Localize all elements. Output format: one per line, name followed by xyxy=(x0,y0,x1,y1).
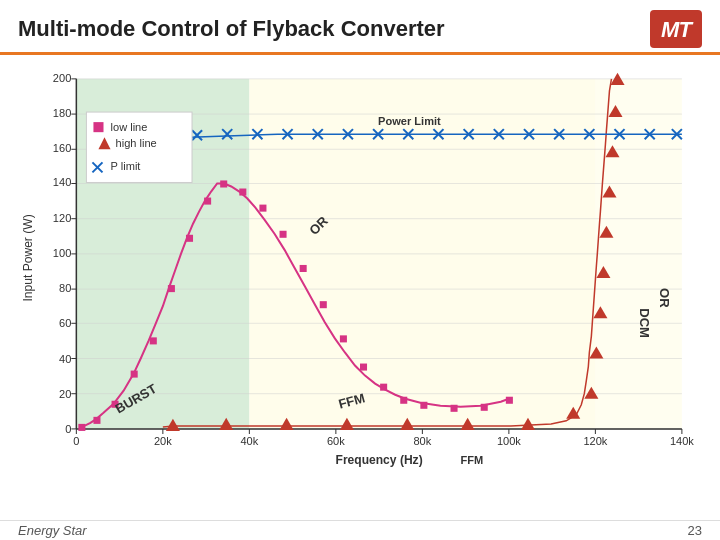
logo: MT xyxy=(650,10,702,48)
svg-text:Input Power (W): Input Power (W) xyxy=(21,214,35,301)
svg-text:0: 0 xyxy=(73,435,79,447)
chart-area: 0 20k 40k 60k 80k 100k 120k 140k xyxy=(18,63,702,503)
svg-text:100: 100 xyxy=(53,247,71,259)
svg-rect-63 xyxy=(168,285,175,292)
svg-text:Power Limit: Power Limit xyxy=(378,115,441,127)
svg-rect-64 xyxy=(186,235,193,242)
svg-rect-62 xyxy=(150,337,157,344)
svg-rect-71 xyxy=(320,301,327,308)
svg-rect-65 xyxy=(204,198,211,205)
svg-text:high line: high line xyxy=(116,137,157,149)
svg-rect-67 xyxy=(239,189,246,196)
svg-text:OR: OR xyxy=(657,288,672,308)
svg-rect-69 xyxy=(280,231,287,238)
svg-text:DCM: DCM xyxy=(637,308,652,338)
svg-text:40k: 40k xyxy=(240,435,258,447)
svg-text:80: 80 xyxy=(59,282,71,294)
svg-rect-61 xyxy=(131,371,138,378)
svg-text:20k: 20k xyxy=(154,435,172,447)
svg-text:160: 160 xyxy=(53,142,71,154)
svg-text:40: 40 xyxy=(59,353,71,365)
svg-text:120: 120 xyxy=(53,212,71,224)
svg-rect-70 xyxy=(300,265,307,272)
svg-text:180: 180 xyxy=(53,107,71,119)
svg-rect-75 xyxy=(400,397,407,404)
svg-rect-72 xyxy=(340,335,347,342)
svg-text:low line: low line xyxy=(111,121,148,133)
svg-rect-73 xyxy=(360,364,367,371)
svg-text:120k: 120k xyxy=(583,435,607,447)
svg-rect-58 xyxy=(78,424,85,431)
svg-text:20: 20 xyxy=(59,388,71,400)
chart-svg: 0 20k 40k 60k 80k 100k 120k 140k xyxy=(18,63,702,483)
svg-text:60: 60 xyxy=(59,317,71,329)
svg-rect-79 xyxy=(506,397,513,404)
svg-rect-66 xyxy=(220,180,227,187)
svg-rect-136 xyxy=(93,122,103,132)
footer: Energy Star 23 xyxy=(0,520,720,540)
svg-text:100k: 100k xyxy=(497,435,521,447)
svg-text:P limit: P limit xyxy=(111,160,141,172)
header: Multi-mode Control of Flyback Converter … xyxy=(0,0,720,55)
svg-text:FFM: FFM xyxy=(461,454,484,466)
svg-text:140k: 140k xyxy=(670,435,694,447)
svg-text:200: 200 xyxy=(53,72,71,84)
svg-text:MT: MT xyxy=(661,17,693,42)
svg-text:Frequency (Hz): Frequency (Hz) xyxy=(336,453,423,467)
svg-rect-78 xyxy=(481,404,488,411)
svg-rect-68 xyxy=(259,205,266,212)
footer-left: Energy Star xyxy=(18,523,87,538)
svg-text:140: 140 xyxy=(53,176,71,188)
svg-text:60k: 60k xyxy=(327,435,345,447)
svg-rect-77 xyxy=(451,405,458,412)
page-title: Multi-mode Control of Flyback Converter xyxy=(18,16,445,42)
svg-text:0: 0 xyxy=(65,423,71,435)
svg-rect-59 xyxy=(93,417,100,424)
svg-rect-74 xyxy=(380,384,387,391)
svg-text:80k: 80k xyxy=(413,435,431,447)
slide: Multi-mode Control of Flyback Converter … xyxy=(0,0,720,540)
svg-rect-76 xyxy=(420,402,427,409)
page-number: 23 xyxy=(688,523,702,538)
